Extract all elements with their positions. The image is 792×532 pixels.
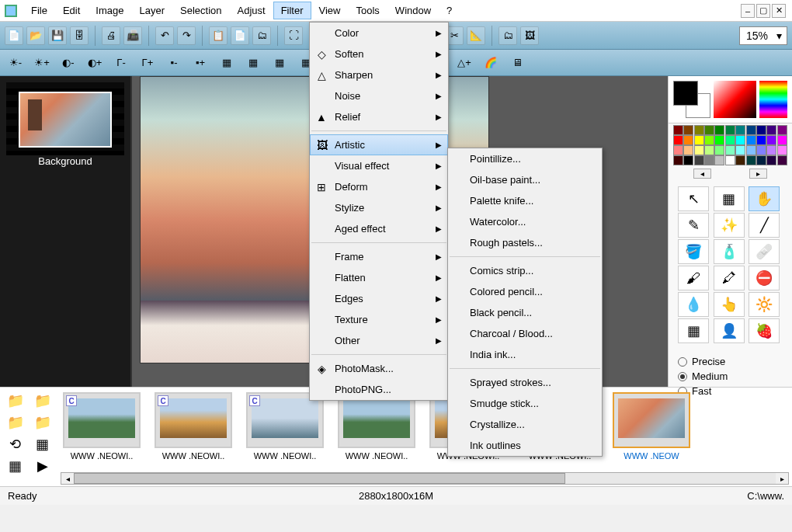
filter-menu-frame[interactable]: Frame▶	[310, 246, 448, 267]
filter-menu-noise[interactable]: Noise▶	[310, 85, 448, 106]
screen-icon[interactable]: 🖥	[506, 54, 528, 72]
palette-color[interactable]	[725, 125, 735, 135]
quality-precise[interactable]: Precise	[678, 354, 783, 369]
sharp-plus-icon[interactable]: △+	[453, 54, 475, 72]
eyedropper-tool[interactable]: ✎	[678, 213, 709, 238]
artistic-rough-pastels-[interactable]: Rough pastels...	[448, 232, 602, 253]
palette-right-button[interactable]: ▸	[749, 169, 767, 179]
portrait-tool[interactable]: 👤	[714, 318, 745, 343]
pencil-tool[interactable]: 🖍	[714, 266, 745, 290]
layers-button[interactable]: 🗂	[252, 26, 271, 45]
filter-menu-edges[interactable]: Edges▶	[310, 288, 448, 309]
palette-color[interactable]	[714, 155, 724, 165]
artistic-oil-base-paint-[interactable]: Oil-base paint...	[448, 169, 602, 190]
palette-color[interactable]	[735, 125, 745, 135]
palette-color[interactable]	[777, 135, 787, 145]
new-button[interactable]: 📄	[5, 26, 23, 45]
palette-color[interactable]	[766, 135, 776, 145]
filter-menu-soften[interactable]: ◇Soften▶	[310, 43, 448, 64]
menu-file[interactable]: File	[23, 2, 55, 19]
scan-button[interactable]: 📠	[123, 26, 142, 45]
menu-view[interactable]: View	[311, 2, 349, 19]
folder-back-icon[interactable]: ⟲	[3, 436, 27, 453]
foreground-color[interactable]	[673, 81, 698, 106]
pointer-tool[interactable]: ↖	[678, 186, 709, 211]
zoom-select[interactable]: 15%	[739, 26, 787, 45]
palette-color[interactable]	[714, 145, 724, 155]
palette-color[interactable]	[683, 125, 693, 135]
filter-menu-artistic[interactable]: 🖼Artistic▶	[310, 134, 448, 155]
artistic-comics-strip-[interactable]: Comics strip...	[448, 260, 602, 281]
palette-color[interactable]	[694, 155, 704, 165]
sat-plus-icon[interactable]: ▪+	[189, 54, 211, 72]
browser-thumbnail[interactable]: WWW .NEOW	[610, 392, 693, 461]
undo-button[interactable]: ↶	[155, 26, 174, 45]
folder-icon[interactable]: 📁	[3, 392, 27, 409]
palette-color[interactable]	[673, 125, 683, 135]
resize-button[interactable]: ⛶	[284, 26, 303, 45]
menu-selection[interactable]: Selection	[172, 2, 229, 19]
artistic-smudge-stick-[interactable]: Smudge stick...	[448, 393, 602, 414]
filter-menu-sharpen[interactable]: △Sharpen▶	[310, 64, 448, 85]
browser-thumbnail[interactable]: CWWW .NEOWI..	[244, 392, 326, 461]
gamma-plus-icon[interactable]: Γ+	[137, 54, 158, 72]
grid-tool[interactable]: ▦	[678, 318, 709, 343]
palette-color[interactable]	[704, 125, 714, 135]
menu-image[interactable]: Image	[88, 2, 131, 19]
folder-icon[interactable]: 📁	[30, 392, 54, 409]
browser-scrollbar[interactable]: ◂▸	[61, 472, 789, 485]
maximize-button[interactable]: ▢	[756, 4, 770, 18]
artistic-ink-outlines[interactable]: Ink outlines	[448, 435, 602, 456]
palette-color[interactable]	[704, 135, 714, 145]
brightness-plus-icon[interactable]: ☀+	[31, 54, 53, 72]
folder-icon[interactable]: 📁	[3, 414, 27, 431]
palette-color[interactable]	[683, 155, 693, 165]
filter-menu-relief[interactable]: ▲Relief▶	[310, 106, 448, 127]
print-button[interactable]: 🖨	[102, 26, 120, 45]
layer-thumbnail[interactable]	[19, 92, 112, 148]
artistic-watercolor-[interactable]: Watercolor...	[448, 211, 602, 232]
palette-color[interactable]	[704, 155, 714, 165]
tool-f[interactable]: 🖼	[520, 26, 539, 45]
smudge-tool[interactable]: 👆	[714, 292, 745, 317]
filter-menu-photomask-[interactable]: ◈PhotoMask...	[310, 358, 448, 379]
selection-tool[interactable]: ▦	[714, 186, 745, 211]
palette-color[interactable]	[673, 145, 683, 155]
saveall-button[interactable]: 🗄	[70, 26, 89, 45]
palette-color[interactable]	[766, 125, 776, 135]
palette-color[interactable]	[694, 125, 704, 135]
fg-bg-swatch[interactable]	[673, 81, 710, 118]
grid2-icon[interactable]: ▦	[242, 54, 264, 72]
artistic-sprayed-strokes-[interactable]: Sprayed strokes...	[448, 372, 602, 393]
blur-tool[interactable]: 💧	[678, 292, 709, 317]
browser-thumbnail[interactable]: CWWW .NEOWI..	[152, 392, 234, 461]
palette-color[interactable]	[756, 155, 766, 165]
menu-adjust[interactable]: Adjust	[230, 2, 273, 19]
fill-tool[interactable]: 🪣	[678, 239, 709, 264]
palette-color[interactable]	[735, 135, 745, 145]
palette-color[interactable]	[766, 145, 776, 155]
hand-tool[interactable]: ✋	[749, 186, 780, 211]
menu-help[interactable]: ?	[439, 2, 460, 19]
palette-color[interactable]	[756, 135, 766, 145]
grid1-icon[interactable]: ▦	[216, 54, 238, 72]
palette-color[interactable]	[777, 125, 787, 135]
folder-play-icon[interactable]: ▶	[30, 457, 54, 475]
palette-color[interactable]	[777, 155, 787, 165]
palette-color[interactable]	[777, 145, 787, 155]
filter-menu-texture[interactable]: Texture▶	[310, 309, 448, 330]
palette-color[interactable]	[694, 135, 704, 145]
artistic-india-ink-[interactable]: India ink...	[448, 344, 602, 365]
redeye-tool[interactable]: 🍓	[749, 318, 780, 343]
palette-left-button[interactable]: ◂	[693, 169, 711, 179]
artistic-black-pencil-[interactable]: Black pencil...	[448, 302, 602, 323]
palette-color[interactable]	[694, 145, 704, 155]
color-gradient[interactable]	[714, 81, 756, 118]
palette-color[interactable]	[746, 135, 756, 145]
copy-button[interactable]: 📋	[209, 26, 228, 45]
artistic-palette-knife-[interactable]: Palette knife...	[448, 190, 602, 211]
brush-tool[interactable]: 🖌	[678, 266, 709, 290]
palette-color[interactable]	[746, 125, 756, 135]
palette-color[interactable]	[725, 145, 735, 155]
save-button[interactable]: 💾	[48, 26, 67, 45]
